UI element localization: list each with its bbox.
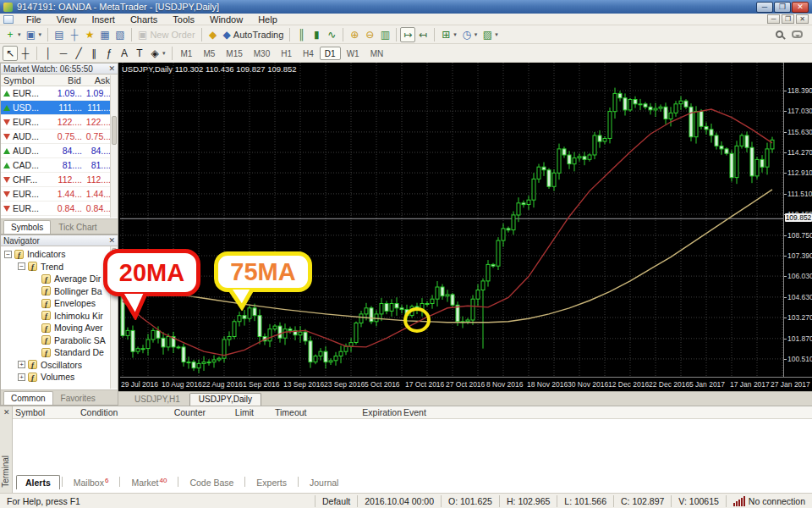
arrows-button-dropdown-arrow[interactable]: ▾ [162, 50, 168, 57]
timeframe-m1[interactable]: M1 [176, 47, 198, 60]
terminal-column-counter[interactable]: Counter [140, 407, 206, 417]
terminal-tab-mailbox[interactable]: Mailbox6 [64, 475, 118, 489]
cursor-button[interactable]: ↖ [3, 46, 18, 61]
terminal-column-event[interactable]: Event [403, 407, 426, 417]
market-watch-row[interactable]: EUR...122....122.... [1, 115, 118, 130]
vertical-line-button[interactable]: │ [41, 46, 56, 61]
tree-item-bollinger-ba[interactable]: fBollinger Ba [1, 285, 118, 298]
timeframe-h1[interactable]: H1 [276, 47, 297, 60]
timeframe-m15[interactable]: M15 [221, 47, 247, 60]
navigator-toggle[interactable]: ★ [82, 27, 97, 42]
new-order-button[interactable]: ▣New Order [135, 27, 198, 42]
terminal-column-limit[interactable]: Limit [216, 407, 254, 417]
chart-plot[interactable] [120, 63, 783, 377]
terminal-column-condition[interactable]: Condition [80, 407, 118, 417]
strategy-tester-toggle[interactable]: ▧ [112, 27, 128, 42]
timeframe-m5[interactable]: M5 [198, 47, 220, 60]
terminal-close-icon[interactable]: ✕ [3, 408, 10, 417]
timeframe-d1[interactable]: D1 [320, 47, 341, 60]
zoom-in-button[interactable]: ⊕ [347, 27, 362, 42]
timeframe-mn[interactable]: MN [365, 47, 389, 60]
timeframe-w1[interactable]: W1 [342, 47, 365, 60]
tree-item-oscillators[interactable]: +fOscillators [1, 359, 118, 372]
fibonacci-button[interactable]: ƒ [102, 46, 117, 61]
tab-favorites[interactable]: Favorites [53, 391, 103, 405]
profiles-button[interactable]: ▣ [24, 27, 39, 42]
search-icon[interactable] [776, 30, 783, 38]
column-ask[interactable]: Ask [84, 75, 112, 86]
tree-item-volumes[interactable]: +fVolumes [1, 371, 118, 384]
mdi-close-button[interactable]: ✕ [796, 14, 809, 24]
templates-button[interactable]: ▨ [480, 27, 495, 42]
market-watch-close-icon[interactable]: ✕ [108, 64, 115, 73]
line-chart-button[interactable]: ∿ [324, 27, 339, 42]
tab-common[interactable]: Common [3, 391, 53, 405]
templates-button-dropdown-arrow[interactable]: ▾ [495, 31, 501, 38]
terminal-tab-alerts[interactable]: Alerts [16, 475, 60, 489]
terminal-column-symbol[interactable]: Symbol [15, 407, 45, 417]
market-watch-row[interactable]: EUR...0.84...0.84... [1, 202, 118, 216]
menu-charts[interactable]: Charts [123, 14, 165, 25]
data-window-toggle[interactable]: ┼ [67, 27, 82, 42]
column-bid[interactable]: Bid [50, 75, 84, 86]
status-profile[interactable]: Default [315, 495, 358, 507]
terminal-toggle[interactable]: ▦ [97, 27, 112, 42]
column-symbol[interactable]: Symbol [1, 75, 50, 86]
market-watch-row[interactable]: CHF...112....112.... [1, 173, 118, 187]
periods-button[interactable]: ◷ [459, 27, 475, 42]
trendline-button[interactable]: ╱ [71, 46, 86, 61]
new-chart-button[interactable]: + [3, 27, 18, 42]
tree-item-envelopes[interactable]: fEnvelopes [1, 297, 118, 310]
market-watch-toggle[interactable]: ▤ [52, 27, 67, 42]
crosshair-button[interactable]: ┼ [18, 46, 33, 61]
tree-item-average-dir[interactable]: fAverage Dir [1, 273, 118, 285]
market-watch-row[interactable]: CAD...81....81.... [1, 158, 118, 173]
auto-scroll-toggle[interactable]: ↦ [400, 27, 415, 42]
timeframe-m30[interactable]: M30 [249, 47, 275, 60]
menu-window[interactable]: Window [202, 14, 250, 25]
expert-advisors-icon[interactable]: ◆ [206, 27, 221, 42]
minimize-button[interactable]: ─ [756, 2, 773, 13]
menu-insert[interactable]: Insert [84, 14, 123, 25]
mdi-restore-button[interactable]: ❐ [782, 14, 794, 24]
tree-item-indicators[interactable]: −fIndicators [1, 248, 118, 261]
mdi-minimize-button[interactable]: ─ [767, 14, 780, 24]
menu-view[interactable]: View [49, 14, 85, 25]
zoom-out-button[interactable]: ⊖ [362, 27, 377, 42]
tab-tick-chart[interactable]: Tick Chart [51, 220, 104, 234]
expand-icon[interactable]: + [18, 373, 25, 381]
timeframe-h4[interactable]: H4 [298, 47, 319, 60]
market-watch-row[interactable]: AUD...84....84.... [1, 144, 118, 158]
status-connection[interactable]: No connection [727, 495, 812, 507]
chart-shift-toggle[interactable]: ↤ [415, 27, 431, 42]
menu-file[interactable]: File [19, 14, 49, 25]
bar-chart-button[interactable]: ║ [294, 27, 309, 42]
tree-item-trend[interactable]: −fTrend [1, 261, 118, 273]
terminal-tab-journal[interactable]: Journal [300, 475, 348, 489]
collapse-icon[interactable]: − [18, 262, 25, 270]
tree-item-parabolic-sa[interactable]: fParabolic SA [1, 334, 118, 347]
market-watch-row[interactable]: EUR...1.44...1.44... [1, 187, 118, 202]
terminal-column-expiration[interactable]: Expiration [321, 407, 402, 417]
menu-tools[interactable]: Tools [165, 14, 202, 25]
market-watch-row[interactable]: USD...111....111.... [1, 101, 118, 115]
indicators-button[interactable]: ⊞ [438, 27, 453, 42]
date-axis[interactable]: 29 Jul 201610 Aug 201622 Aug 20161 Sep 2… [120, 377, 812, 391]
chart-window-icon[interactable] [3, 15, 14, 24]
market-watch-row[interactable]: AUD...0.75...0.75... [1, 130, 118, 144]
text-button[interactable]: A [117, 46, 132, 61]
maximize-button[interactable]: ❐ [774, 2, 791, 13]
text-label-button[interactable]: T [132, 46, 147, 61]
market-watch-row[interactable]: EUR...1.09...1.09... [1, 86, 118, 101]
new-chart-button-dropdown-arrow[interactable]: ▾ [18, 31, 24, 38]
chart-tab-usdjpy-daily[interactable]: USDJPY,Daily [189, 393, 261, 406]
market-watch-scrollbar[interactable] [110, 75, 118, 218]
navigator-close-icon[interactable]: ✕ [108, 236, 115, 245]
terminal-tab-code-base[interactable]: Code Base [180, 475, 243, 489]
chart-tab-usdjpy-h1[interactable]: USDJPY,H1 [125, 393, 189, 406]
tree-item-standard-de[interactable]: fStandard De [1, 346, 118, 359]
autotrading-button[interactable]: ◆AutoTrading [221, 27, 287, 42]
menu-help[interactable]: Help [250, 14, 285, 25]
candlestick-chart-button[interactable]: ▮ [309, 27, 324, 42]
terminal-column-timeout[interactable]: Timeout [275, 407, 307, 417]
